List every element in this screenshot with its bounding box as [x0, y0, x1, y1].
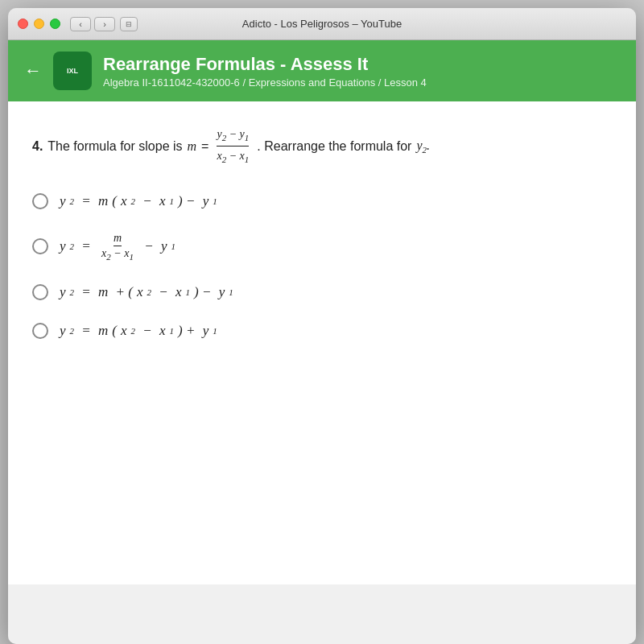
slope-fraction: y2 − y1 x2 − x1 [217, 126, 249, 167]
app-icon: IXL [53, 52, 92, 90]
back-arrow-icon[interactable]: ← [24, 60, 42, 81]
radio-option-b[interactable] [32, 238, 48, 254]
option-b-fraction: m x2 − x1 [101, 232, 134, 262]
list-item: y2 = m(x2 − x1) + y1 [32, 323, 612, 339]
app-header: ← IXL Rearrange Formulas - Assess It Alg… [8, 40, 636, 101]
radio-option-a[interactable] [32, 193, 48, 209]
maximize-button[interactable] [50, 19, 60, 29]
question-text-before: The formula for slope is [47, 136, 182, 157]
equals-sign: = [201, 136, 208, 157]
option-b-label: y2 = m x2 − x1 − y1 [60, 232, 175, 262]
list-item: y2 = m(x2 − x1) − y1 [32, 193, 612, 209]
formula-var: m [188, 136, 197, 157]
fraction-denominator: x2 − x1 [217, 147, 249, 167]
minimize-button[interactable] [34, 19, 44, 29]
forward-button[interactable]: › [94, 17, 115, 31]
question-text-after: . Rearrange the formula for [257, 136, 411, 157]
radio-option-d[interactable] [32, 323, 48, 339]
question-number: 4. [32, 136, 43, 157]
option-c-label: y2 = m + (x2 − x1) − y1 [60, 284, 233, 300]
browser-window: ‹ › ⊟ Adicto - Los Peligrosos – YouTube … [8, 8, 636, 644]
titlebar: ‹ › ⊟ Adicto - Los Peligrosos – YouTube [8, 8, 636, 40]
question-area: 4. The formula for slope is m = y2 − y1 … [8, 101, 636, 584]
option-b-num: m [114, 232, 122, 246]
close-button[interactable] [18, 19, 28, 29]
option-a-label: y2 = m(x2 − x1) − y1 [60, 193, 217, 209]
tab-icon[interactable]: ⊟ [120, 17, 138, 31]
browser-content: ← IXL Rearrange Formulas - Assess It Alg… [8, 40, 636, 644]
traffic-lights [18, 19, 60, 29]
solve-for-var: y2. [416, 135, 430, 158]
back-button[interactable]: ‹ [70, 17, 91, 31]
radio-option-c[interactable] [32, 284, 48, 300]
options-list: y2 = m(x2 − x1) − y1 y2 = m x2 − x1 − y1 [32, 193, 612, 339]
question-statement: 4. The formula for slope is m = y2 − y1 … [32, 126, 612, 167]
header-subtitle: Algebra II-1611042-432000-6 / Expression… [103, 76, 620, 89]
header-title: Rearrange Formulas - Assess It [103, 54, 620, 75]
page-title: Adicto - Los Peligrosos – YouTube [242, 18, 402, 30]
list-item: y2 = m + (x2 − x1) − y1 [32, 284, 612, 300]
list-item: y2 = m x2 − x1 − y1 [32, 232, 612, 262]
fraction-numerator: y2 − y1 [217, 126, 249, 147]
nav-buttons: ‹ › [70, 17, 115, 31]
header-text: Rearrange Formulas - Assess It Algebra I… [103, 54, 620, 89]
option-b-den: x2 − x1 [101, 246, 134, 262]
option-d-label: y2 = m(x2 − x1) + y1 [60, 323, 217, 339]
